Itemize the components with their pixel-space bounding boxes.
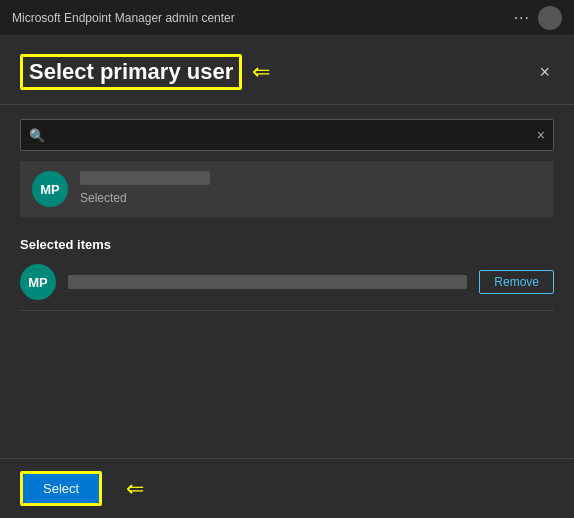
result-selected-label: Selected	[80, 191, 542, 205]
panel-title: Select primary user	[23, 57, 239, 87]
panel-footer: Select ⇐	[0, 458, 574, 518]
selected-item: MP Remove	[20, 264, 554, 311]
result-info: Selected	[80, 171, 542, 205]
search-area: 🔍 ×	[0, 105, 574, 161]
panel-header: Select primary user ⇐ ×	[0, 36, 574, 105]
result-item[interactable]: MP Selected	[20, 161, 554, 217]
search-clear-icon[interactable]: ×	[537, 127, 545, 143]
selected-items-label: Selected items	[20, 237, 554, 252]
remove-button[interactable]: Remove	[479, 270, 554, 294]
selected-name-bar	[68, 275, 467, 289]
result-name-bar	[80, 171, 210, 185]
user-avatar[interactable]	[538, 6, 562, 30]
title-bar: Microsoft Endpoint Manager admin center …	[0, 0, 574, 36]
title-arrow-annotation: ⇐	[252, 59, 270, 85]
select-button[interactable]: Select	[23, 474, 99, 503]
footer-arrow-annotation: ⇐	[126, 476, 144, 502]
search-icon: 🔍	[29, 128, 45, 143]
panel-title-highlight: Select primary user	[20, 54, 242, 90]
app-title: Microsoft Endpoint Manager admin center	[12, 11, 514, 25]
selected-section: Selected items MP Remove	[0, 217, 574, 321]
title-bar-actions: ···	[514, 6, 562, 30]
ellipsis-icon[interactable]: ···	[514, 9, 530, 27]
close-button[interactable]: ×	[535, 59, 554, 85]
result-avatar: MP	[32, 171, 68, 207]
results-list: MP Selected	[20, 161, 554, 217]
select-button-highlight: Select	[20, 471, 102, 506]
search-input[interactable]	[51, 120, 537, 150]
select-primary-user-panel: Select primary user ⇐ × 🔍 × MP Selected …	[0, 36, 574, 518]
selected-avatar: MP	[20, 264, 56, 300]
search-box: 🔍 ×	[20, 119, 554, 151]
